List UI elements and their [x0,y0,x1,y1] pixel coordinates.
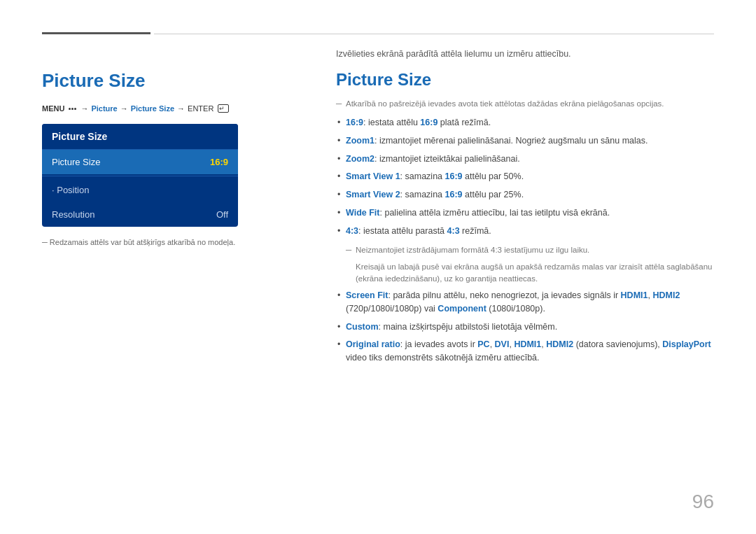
divider-accent [42,32,150,34]
tv-menu-item-label-resolution: Resolution [52,209,94,220]
page-container: Picture Size MENU → Picture → Picture Si… [0,0,756,534]
warn-note-2: Kreisajā un labajā pusē vai ekrāna augšā… [356,261,714,286]
arrow1: → [80,104,88,113]
kw-16-9-2: 16:9 [420,118,438,127]
bullet-list-main: 16:9: iestata attēlu 16:9 platā režīmā. … [336,116,714,237]
tv-menu-divider1 [42,176,238,176]
tv-menu-item-value-picture-size: 16:9 [210,157,228,167]
tv-menu-item-value-resolution: Off [216,209,228,220]
picture-size-link: Picture Size [131,104,174,113]
page-number: 96 [692,491,714,513]
right-section-title: Picture Size [336,70,714,90]
note-line: Atkarībā no pašreizējā ievades avota tie… [336,99,714,108]
intro-text: Izvēlieties ekrānā parādītā attēla lielu… [336,49,714,59]
kw-displayport: DisplayPort [662,339,710,349]
kw-hdmi2: HDMI2 [652,290,680,300]
kw-dvi: DVI [495,339,510,349]
menu-path: MENU → Picture → Picture Size → ENTER [42,104,308,113]
kw-zoom2: Zoom2 [346,154,374,164]
bullet-4-3: 4:3: iestata attēlu parastā 4:3 režīmā. [336,225,714,238]
kw-smart-view-1: Smart View 1 [346,171,400,181]
kw-4-3-2: 4:3 [447,226,460,236]
bullet-wide-fit: Wide Fit: palielina attēla izmēru attiec… [336,206,714,220]
menu-label: MENU [42,104,64,113]
kw-zoom1: Zoom1 [346,136,374,146]
kw-hdmi1: HDMI1 [621,290,648,300]
bullet-smart-view-1: Smart View 1: samazina 16:9 attēlu par 5… [336,170,714,183]
kw-wide-fit: Wide Fit [346,208,380,218]
enter-icon [218,104,229,113]
menu-dots-icon [69,108,76,110]
bullet-original-ratio: Original ratio: ja ievades avots ir PC, … [336,338,714,365]
bullet-zoom2: Zoom2: izmantojiet izteiktākai palielinā… [336,153,714,166]
right-column: Izvēlieties ekrānā parādītā attēla lielu… [336,42,714,506]
kw-hdmi2-or: HDMI2 [546,339,573,349]
tv-menu-item-picture-size[interactable]: Picture Size 16:9 [42,150,238,174]
arrow3: → [177,104,185,113]
left-column: Picture Size MENU → Picture → Picture Si… [42,42,308,506]
kw-pc: PC [477,339,489,349]
bullet-16-9: 16:9: iestata attēlu 16:9 platā režīmā. [336,116,714,129]
tv-menu-item-position[interactable]: · Position [42,178,238,202]
page-title: Picture Size [42,70,308,92]
kw-hdmi1-or: HDMI1 [514,339,541,349]
bullet-screen-fit: Screen Fit: parāda pilnu attēlu, neko ne… [336,289,714,316]
kw-custom: Custom [346,322,379,332]
kw-component: Component [438,304,486,314]
kw-16-9: 16:9 [346,118,363,127]
tv-menu-item-label-position: · Position [52,185,89,195]
tv-menu: Picture Size Picture Size 16:9 · Positio… [42,124,238,227]
left-footnote: Redzamais attēls var būt atšķirīgs atkar… [42,238,308,246]
kw-4-3: 4:3 [346,226,358,236]
divider-line [154,34,714,34]
kw-screen-fit: Screen Fit [346,290,388,300]
enter-label: ENTER [188,104,214,113]
picture-link: Picture [91,104,117,113]
bullet-list-secondary: Screen Fit: parāda pilnu attēlu, neko ne… [336,289,714,365]
tv-menu-header: Picture Size [42,124,238,150]
tv-menu-item-label-picture-size: Picture Size [52,157,100,167]
kw-4-3-warn: 4:3 [491,246,502,254]
kw-original-ratio: Original ratio [346,339,400,349]
kw-16-9-sv2: 16:9 [445,190,463,199]
kw-16-9-sv1: 16:9 [445,171,463,181]
bullet-zoom1: Zoom1: izmantojiet mērenai palielināšana… [336,134,714,148]
warn-note-1: Neizmantojiet izstrādājumam formātā 4:3 … [346,244,714,256]
arrow2: → [120,104,128,113]
bullet-custom: Custom: maina izšķirtspēju atbilstoši li… [336,321,714,334]
tv-menu-item-resolution[interactable]: Resolution Off [42,202,238,227]
kw-smart-view-2: Smart View 2 [346,190,400,199]
bullet-smart-view-2: Smart View 2: samazina 16:9 attēlu par 2… [336,188,714,202]
